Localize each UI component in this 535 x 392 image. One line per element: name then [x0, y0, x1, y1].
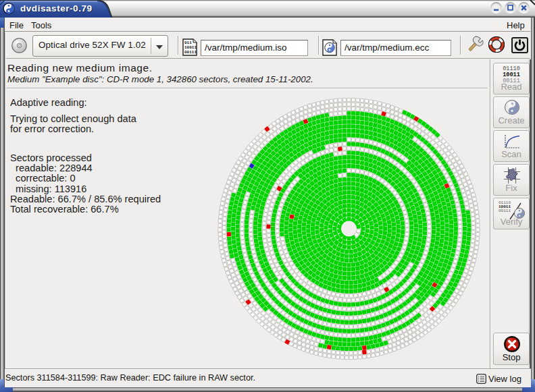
svg-text:00111: 00111	[184, 50, 197, 55]
svg-text:10011: 10011	[184, 45, 197, 50]
svg-text:011: 011	[184, 40, 192, 45]
